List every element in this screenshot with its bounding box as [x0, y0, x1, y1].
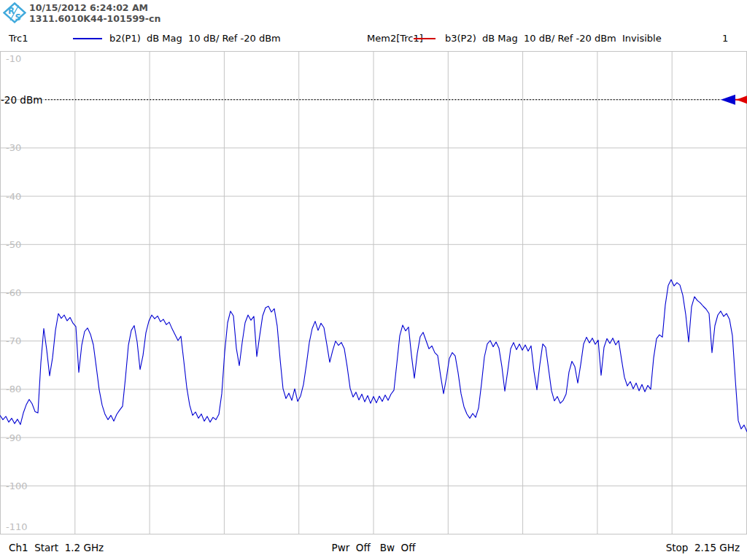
- ref-level-label[interactable]: -20 dBm: [1, 94, 42, 106]
- y-tick-label: -100: [6, 481, 28, 491]
- rohde-schwarz-logo: R S: [3, 2, 26, 24]
- memory-trace-settings[interactable]: b3(P2) dB Mag 10 dB/ Ref -20 dBm Invisib…: [445, 33, 662, 44]
- y-tick-label: -80: [6, 384, 21, 394]
- trace1-label[interactable]: Trc1: [9, 33, 28, 44]
- y-tick-label: -110: [6, 521, 28, 532]
- channel-stop-frequency[interactable]: Stop 2.15 GHz: [666, 542, 740, 553]
- trace-diagram[interactable]: -10-30-40-50-60-70-80-90-100-110: [0, 51, 747, 535]
- y-tick-label: -50: [6, 239, 21, 250]
- logo-letter-r: R: [8, 6, 15, 16]
- y-tick-label: -40: [6, 191, 21, 202]
- y-tick-label: -90: [6, 432, 21, 443]
- y-tick-label: -70: [6, 335, 21, 346]
- y-tick-label: -60: [6, 287, 21, 298]
- memory-trace-color-sample: [414, 38, 436, 39]
- timestamp: 10/15/2012 6:24:02 AM: [29, 2, 148, 13]
- logo-letter-s: S: [15, 12, 21, 23]
- ref-marker-arrow-mem2[interactable]: [736, 96, 747, 104]
- window-number: 1: [722, 33, 728, 44]
- trace1-settings[interactable]: b2(P1) dB Mag 10 dB/ Ref -20 dBm: [109, 33, 281, 44]
- y-tick-label: -30: [6, 142, 21, 153]
- device-serial: 1311.6010K44-101599-cn: [29, 13, 160, 24]
- channel-power-bandwidth[interactable]: Pwr Off Bw Off: [0, 542, 747, 553]
- ref-marker-arrow-trc1[interactable]: [721, 95, 735, 105]
- y-tick-label: -10: [6, 53, 21, 64]
- trace1-color-sample: [73, 38, 102, 39]
